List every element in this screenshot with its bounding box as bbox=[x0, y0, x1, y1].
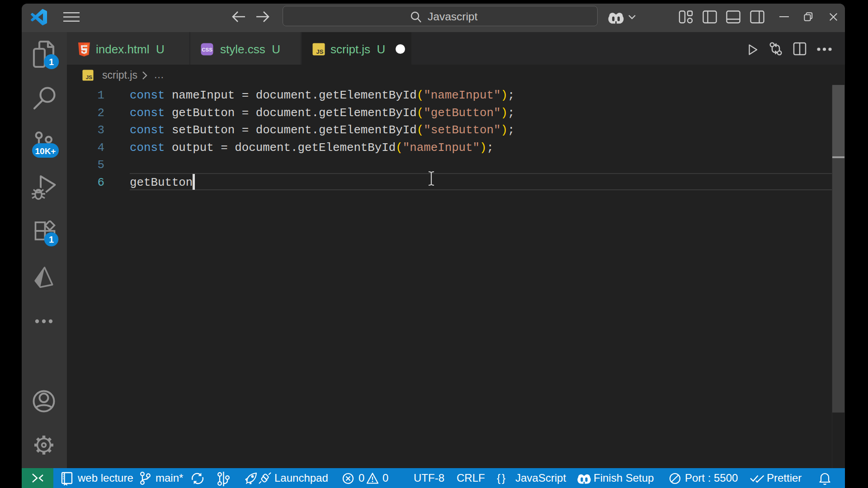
svg-text:JS: JS bbox=[316, 48, 324, 55]
svg-text:JS: JS bbox=[86, 74, 92, 80]
svg-text:CSS: CSS bbox=[202, 47, 212, 52]
svg-text:10K+: 10K+ bbox=[35, 146, 56, 156]
svg-text:1: 1 bbox=[49, 57, 54, 67]
svg-text:1: 1 bbox=[49, 235, 54, 244]
